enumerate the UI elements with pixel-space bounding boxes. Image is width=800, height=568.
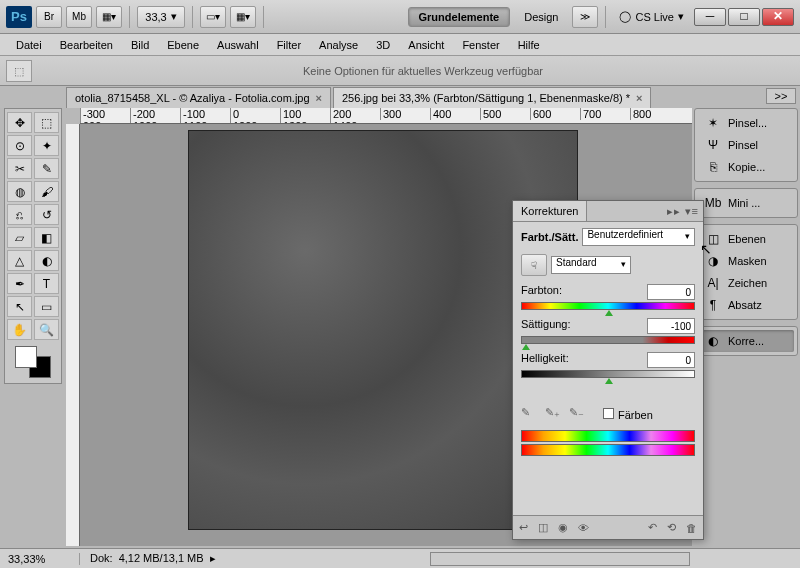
saturation-input[interactable] xyxy=(647,318,695,334)
shape-tool[interactable]: ▭ xyxy=(34,296,59,317)
reset-icon[interactable]: ⟲ xyxy=(667,521,676,534)
korrekturen-panel[interactable]: Korrekturen ▸▸ ▾≡ Farbt./Sätt. Benutzerd… xyxy=(512,200,704,540)
clone-icon: ⎘ xyxy=(704,160,722,174)
back-icon[interactable]: ↩ xyxy=(519,521,528,534)
layers-icon: ◫ xyxy=(704,232,722,246)
hand-tool[interactable]: ✋ xyxy=(7,319,32,340)
eyedropper-set-icon[interactable]: ✎ xyxy=(521,406,537,422)
window-maximize[interactable]: □ xyxy=(728,8,760,26)
menu-bearbeiten[interactable]: Bearbeiten xyxy=(52,36,121,54)
arrange-button[interactable]: ▭▾ xyxy=(200,6,226,28)
prev-state-icon[interactable]: ↶ xyxy=(648,521,657,534)
zoom-dropdown[interactable]: 33,3▾ xyxy=(137,6,185,28)
current-tool-icon[interactable]: ⬚ xyxy=(6,60,32,82)
minibridge-icon: Mb xyxy=(704,196,722,210)
heal-tool[interactable]: ◍ xyxy=(7,181,32,202)
clip-icon[interactable]: ◉ xyxy=(558,521,568,534)
masks-icon: ◑ xyxy=(704,254,722,268)
workspace-more[interactable]: ≫ xyxy=(572,6,598,28)
menu-analyse[interactable]: Analyse xyxy=(311,36,366,54)
hue-input[interactable] xyxy=(647,284,695,300)
menu-fenster[interactable]: Fenster xyxy=(454,36,507,54)
panel-pinsel[interactable]: ΨPinsel xyxy=(698,134,794,156)
menu-bild[interactable]: Bild xyxy=(123,36,157,54)
zoom-tool[interactable]: 🔍 xyxy=(34,319,59,340)
colorize-checkbox[interactable]: Färben xyxy=(603,408,653,421)
lightness-slider[interactable] xyxy=(521,370,695,378)
status-zoom[interactable]: 33,33% xyxy=(0,553,80,565)
crop-tool[interactable]: ✂ xyxy=(7,158,32,179)
app-toolbar: Ps Br Mb ▦▾ 33,3▾ ▭▾ ▦▾ Grundelemente De… xyxy=(0,0,800,34)
saturation-label: Sättigung: xyxy=(521,318,571,334)
panel-zeichen[interactable]: A|Zeichen xyxy=(698,272,794,294)
panel-kopie[interactable]: ⎘Kopie... xyxy=(698,156,794,178)
preset-dropdown[interactable]: Benutzerdefiniert xyxy=(582,228,695,246)
channel-dropdown[interactable]: Standard xyxy=(551,256,631,274)
eyedropper-tool[interactable]: ✎ xyxy=(34,158,59,179)
workspace-grundelemente[interactable]: Grundelemente xyxy=(408,7,511,27)
panel-ebenen[interactable]: ◫Ebenen xyxy=(698,228,794,250)
hue-label: Farbton: xyxy=(521,284,562,300)
panel-korrekturen[interactable]: ◐Korre... xyxy=(698,330,794,352)
panel-menu-icon[interactable]: ▸▸ ▾≡ xyxy=(663,205,703,218)
lasso-tool[interactable]: ⊙ xyxy=(7,135,32,156)
hue-sat-label: Farbt./Sätt. xyxy=(521,231,578,243)
close-icon[interactable]: × xyxy=(636,92,642,104)
eyedropper-add-icon[interactable]: ✎₊ xyxy=(545,406,561,422)
horizontal-scrollbar[interactable] xyxy=(430,552,690,566)
history-brush-tool[interactable]: ↺ xyxy=(34,204,59,225)
menu-filter[interactable]: Filter xyxy=(269,36,309,54)
trash-icon[interactable]: 🗑 xyxy=(686,522,697,534)
status-dropdown-icon[interactable]: ▸ xyxy=(210,552,216,565)
doc-tab-2[interactable]: 256.jpg bei 33,3% (Farbton/Sättigung 1, … xyxy=(333,87,651,108)
stamp-tool[interactable]: ⎌ xyxy=(7,204,32,225)
marquee-tool[interactable]: ⬚ xyxy=(34,112,59,133)
path-tool[interactable]: ↖ xyxy=(7,296,32,317)
hue-slider[interactable] xyxy=(521,302,695,310)
blur-tool[interactable]: △ xyxy=(7,250,32,271)
minibridge-button[interactable]: Mb xyxy=(66,6,92,28)
lightness-input[interactable] xyxy=(647,352,695,368)
character-icon: A| xyxy=(704,276,722,290)
workspace-design[interactable]: Design xyxy=(514,8,568,26)
status-doc-size: 4,12 MB/13,1 MB xyxy=(119,552,204,565)
panel-minibridge[interactable]: MbMini ... xyxy=(698,192,794,214)
bridge-button[interactable]: Br xyxy=(36,6,62,28)
menu-hilfe[interactable]: Hilfe xyxy=(510,36,548,54)
eyedropper-sub-icon[interactable]: ✎₋ xyxy=(569,406,585,422)
tab-overflow[interactable]: >> xyxy=(766,88,796,104)
window-close[interactable]: ✕ xyxy=(762,8,794,26)
korrekturen-tab[interactable]: Korrekturen xyxy=(513,201,587,221)
foreground-color[interactable] xyxy=(15,346,37,368)
no-options-text: Keine Optionen für aktuelles Werkzeug ve… xyxy=(303,65,543,77)
brush-tool[interactable]: 🖌 xyxy=(34,181,59,202)
eraser-tool[interactable]: ▱ xyxy=(7,227,32,248)
menu-datei[interactable]: Datei xyxy=(8,36,50,54)
doc-tab-1[interactable]: otolia_8715458_XL - © Azaliya - Fotolia.… xyxy=(66,87,331,108)
visibility-icon[interactable]: 👁 xyxy=(578,522,589,534)
wand-tool[interactable]: ✦ xyxy=(34,135,59,156)
options-bar: ⬚ Keine Optionen für aktuelles Werkzeug … xyxy=(0,56,800,86)
type-tool[interactable]: T xyxy=(34,273,59,294)
extras-button[interactable]: ▦▾ xyxy=(230,6,256,28)
panel-absatz[interactable]: ¶Absatz xyxy=(698,294,794,316)
dodge-tool[interactable]: ◐ xyxy=(34,250,59,271)
panel-masken[interactable]: ◑Masken xyxy=(698,250,794,272)
ruler-horizontal: -300-200-1000100200300400500600700800900… xyxy=(80,108,692,124)
menu-ansicht[interactable]: Ansicht xyxy=(400,36,452,54)
color-swatch[interactable] xyxy=(15,346,51,378)
new-layer-icon[interactable]: ◫ xyxy=(538,521,548,534)
screen-mode-button[interactable]: ▦▾ xyxy=(96,6,122,28)
menu-auswahl[interactable]: Auswahl xyxy=(209,36,267,54)
menu-ebene[interactable]: Ebene xyxy=(159,36,207,54)
window-minimize[interactable]: ─ xyxy=(694,8,726,26)
cslive-button[interactable]: ◯ CS Live▾ xyxy=(613,10,690,23)
saturation-slider[interactable] xyxy=(521,336,695,344)
close-icon[interactable]: × xyxy=(316,92,322,104)
menu-3d[interactable]: 3D xyxy=(368,36,398,54)
pen-tool[interactable]: ✒ xyxy=(7,273,32,294)
panel-pinsel-presets[interactable]: ✶Pinsel... xyxy=(698,112,794,134)
targeted-adjust-button[interactable]: ☟ xyxy=(521,254,547,276)
move-tool[interactable]: ✥ xyxy=(7,112,32,133)
gradient-tool[interactable]: ◧ xyxy=(34,227,59,248)
